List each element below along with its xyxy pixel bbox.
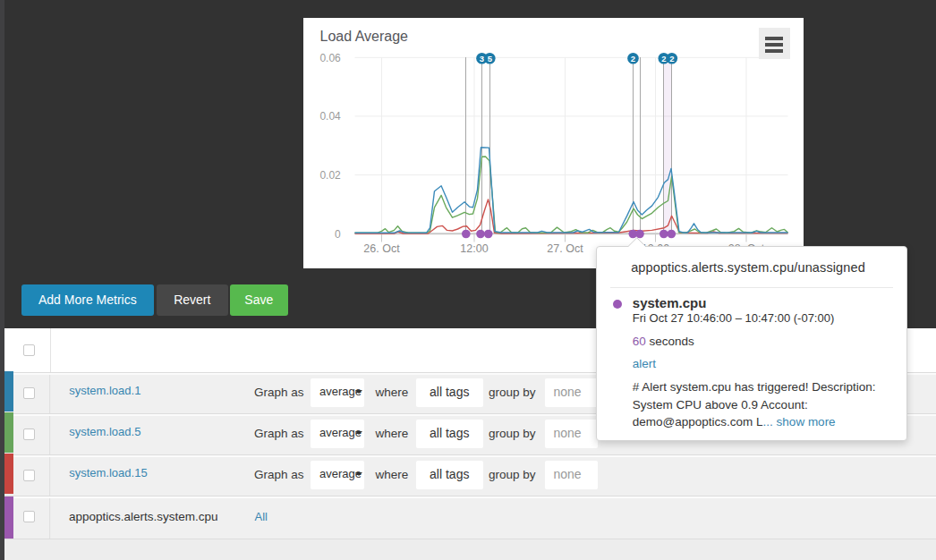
svg-text:2: 2 (630, 54, 634, 64)
svg-text:27. Oct: 27. Oct (547, 242, 583, 255)
svg-text:26. Oct: 26. Oct (363, 242, 400, 255)
svg-text:0.04: 0.04 (319, 110, 341, 123)
svg-text:0: 0 (335, 228, 341, 241)
svg-text:2: 2 (661, 54, 666, 64)
svg-text:12:00: 12:00 (460, 242, 488, 255)
svg-text:0.06: 0.06 (319, 52, 341, 64)
svg-text:3: 3 (479, 54, 483, 64)
svg-text:5: 5 (487, 54, 492, 64)
svg-text:0.02: 0.02 (319, 169, 341, 182)
svg-text:2: 2 (669, 54, 674, 64)
